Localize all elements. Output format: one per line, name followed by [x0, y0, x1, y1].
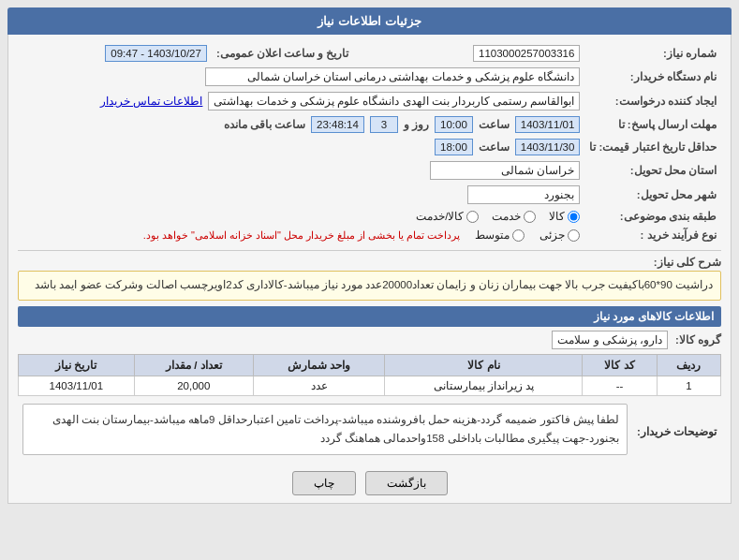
city-value: بجنورد: [467, 185, 580, 204]
datetime-label: تاریخ و ساعت اعلان عمومی:: [212, 42, 354, 65]
page-header: جزئیات اطلاعات نیاز: [7, 7, 732, 35]
buyer-name-value: دانشگاه علوم پزشکی و خدمات بهداشتی درمان…: [205, 67, 580, 86]
col-name: نام کالا: [385, 354, 583, 376]
back-button[interactable]: بازگشت: [365, 471, 448, 495]
remaining-label: ساعت باقی مانده: [224, 118, 305, 131]
contact-link[interactable]: اطلاعات تماس خریدار: [100, 95, 202, 108]
products-section-title: اطلاعات کالاهای مورد نیاز: [18, 306, 721, 327]
buyer-name-label: نام دستگاه خریدار:: [584, 65, 721, 89]
datetime-value: 1403/10/27 - 09:47: [105, 45, 207, 62]
date1-value: 1403/11/01: [515, 116, 581, 133]
buyer-note-label: توضیحات خریدار:: [632, 401, 721, 464]
description-text: دراشیت 90*60باکیفیت جرب بالا جهت بیماران…: [18, 271, 721, 301]
date2-value: 1403/11/30: [515, 139, 581, 155]
print-button[interactable]: چاپ: [292, 471, 356, 495]
page-title: جزئیات اطلاعات نیاز: [318, 14, 421, 28]
category-kala[interactable]: کالا: [549, 210, 580, 223]
type-jozii[interactable]: جزئی: [539, 228, 580, 242]
time1-value: 10:00: [435, 116, 473, 133]
col-code: کد کالا: [583, 354, 657, 376]
cell-name: پد زیرانداز بیمارستانی: [385, 376, 583, 395]
button-row: بازگشت چاپ: [18, 471, 721, 495]
cell-quantity: 20,000: [134, 376, 253, 395]
product-group-value: دارو، پزشکی و سلامت: [552, 331, 668, 349]
province-label: استان محل تحویل:: [584, 158, 721, 183]
requester-name: ابوالقاسم رستمی کاربردار بنت الهدی دانشگ…: [208, 92, 580, 111]
product-group-label: گروه کالا:: [675, 333, 721, 346]
products-table: ردیف کد کالا نام کالا واحد شمارش تعداد /…: [18, 354, 721, 396]
price-deadline-label: حداقل تاریخ اعتبار قیمت: تا: [584, 136, 721, 158]
countdown-value: 23:48:14: [311, 116, 364, 133]
cell-unit: عدد: [253, 376, 385, 395]
cell-row: 1: [657, 376, 720, 395]
col-qty: تعداد / مقدار: [134, 354, 253, 376]
order-number-label: شماره نیاز:: [584, 42, 721, 65]
col-row: ردیف: [657, 354, 720, 376]
days-value: 3: [370, 116, 398, 133]
cell-date: 1403/11/01: [19, 376, 135, 395]
table-row: 1--پد زیرانداز بیمارستانیعدد20,0001403/1…: [19, 376, 721, 395]
time2-value: 18:00: [435, 139, 473, 155]
cell-code: --: [583, 376, 657, 395]
province-value: خراسان شمالی: [430, 161, 580, 180]
purchase-type-label: نوع فرآیند خرید :: [584, 226, 721, 244]
purchase-note: پرداخت تمام یا بخشی از مبلغ خریدار محل "…: [143, 229, 461, 242]
requester-label: ایجاد کننده درخواست:: [584, 89, 721, 113]
buyer-note-text: لطفا پیش فاکتور ضمیمه گردد-هزینه حمل باف…: [22, 404, 628, 455]
col-unit: واحد شمارش: [253, 354, 385, 376]
description-label: شرح کلی نیاز:: [654, 256, 721, 269]
response-deadline-label: مهلت ارسال پاسخ: تا: [584, 113, 721, 136]
category-khedmat[interactable]: خدمت: [492, 210, 536, 223]
category-kala-khedmat[interactable]: کالا/خدمت: [416, 210, 479, 223]
col-date: تاریخ نیاز: [19, 354, 135, 376]
city-label: شهر محل تحویل:: [584, 183, 721, 207]
order-number-value: 1103000257003316: [473, 45, 580, 62]
category-label: طبقه بندی موضوعی:: [584, 207, 721, 226]
type-motevasset[interactable]: متوسط: [475, 228, 525, 242]
